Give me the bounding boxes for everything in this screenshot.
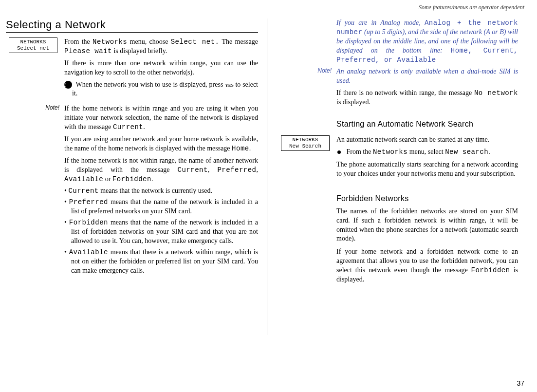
text: From the xyxy=(347,148,373,155)
text: means that the network is currently used… xyxy=(99,187,212,194)
screenbox-line2: Select net xyxy=(9,45,57,52)
text: , xyxy=(257,166,259,173)
mono-text: Forbidden xyxy=(69,219,108,226)
mono-text: Forbidden xyxy=(471,266,510,274)
note-label: Note! xyxy=(6,104,64,277)
network-status-list: Current means that the network is curren… xyxy=(64,187,258,275)
no-network-paragraph: If there is no network within range, the… xyxy=(336,89,518,107)
text: An automatic network search can be start… xyxy=(336,135,518,145)
subheading-auto-search: Starting an Automatic Network Search xyxy=(336,119,518,130)
text: If the home network is within range and … xyxy=(64,105,258,131)
step-2: 2 When the network you wish to use is di… xyxy=(64,80,258,99)
text: The message xyxy=(219,38,258,45)
mono-text: Current xyxy=(113,123,143,131)
text: is displayed. xyxy=(336,98,370,106)
yes-key: yes xyxy=(225,81,234,88)
text: . xyxy=(488,148,490,155)
text: . xyxy=(249,145,251,152)
text: The phone automatically starts searching… xyxy=(336,160,518,179)
mono-text: Available xyxy=(64,175,103,183)
auto-search-body: An automatic network search can be start… xyxy=(336,135,518,182)
page-number: 37 xyxy=(517,379,524,387)
bullet-dot-icon xyxy=(337,150,341,154)
right-column: If you are in Analog mode, Analog + the … xyxy=(267,19,530,335)
paragraph-select-net: From the Networks menu, choose Select ne… xyxy=(64,37,258,101)
paragraph-nav-scroll: If there is more than one network within… xyxy=(64,59,258,77)
text: is displayed briefly. xyxy=(112,47,167,55)
forbidden-paragraph-2: If your home network and a forbidden net… xyxy=(336,247,518,284)
left-column: Selecting a Network NETWORKS Select net … xyxy=(0,19,267,335)
mono-text: Forbidden xyxy=(112,175,151,183)
section-title-selecting: Selecting a Network xyxy=(6,19,258,33)
text: menu, select xyxy=(407,148,445,155)
text: From the xyxy=(64,38,93,45)
mono-text: Select net. xyxy=(171,38,220,46)
note-body-home-range: If the home network is within range and … xyxy=(64,104,258,277)
text: , xyxy=(208,166,218,173)
mono-text: Current xyxy=(178,166,208,174)
mono-text: Current xyxy=(68,187,98,195)
analog-sim-note: An analog network is only available when… xyxy=(336,67,518,86)
forbidden-paragraph-1: The names of the forbidden networks are … xyxy=(336,207,518,244)
text: If there is no network within range, the… xyxy=(336,89,474,96)
analog-mode-note: If you are in Analog mode, Analog + the … xyxy=(336,19,518,64)
two-column-layout: Selecting a Network NETWORKS Select net … xyxy=(0,19,537,335)
text: When the network you wish to use is disp… xyxy=(76,81,225,88)
mono-text: Please wait xyxy=(64,47,112,55)
text: or xyxy=(103,175,112,183)
text: If you are using another network and you… xyxy=(64,135,258,152)
text: . xyxy=(143,123,145,131)
screen-box-new-search: NETWORKS New Search xyxy=(281,135,330,151)
mono-text: Available xyxy=(69,248,108,256)
screen-box-select-net: NETWORKS Select net xyxy=(9,37,57,53)
mono-text: Preferred xyxy=(217,166,256,174)
text: menu, choose xyxy=(127,38,170,45)
screenbox-line1: NETWORKS xyxy=(9,39,57,45)
subheading-forbidden: Forbidden Networks xyxy=(336,193,518,204)
bullet-num-2-icon: 2 xyxy=(64,81,72,89)
text: . xyxy=(151,175,153,183)
note-label-right: Note! xyxy=(278,67,336,86)
mono-text: Networks xyxy=(93,38,127,46)
mono-text: Home xyxy=(232,145,249,152)
mono-text: New search xyxy=(445,148,488,156)
mono-text: Preferred xyxy=(69,198,108,206)
mono-text: No network xyxy=(474,89,518,97)
screenbox-line1: NETWORKS xyxy=(281,137,329,143)
screenbox-line2: New Search xyxy=(281,143,329,149)
mono-text: Networks xyxy=(373,148,407,156)
header-operator-note: Some features/menus are operator depende… xyxy=(419,4,524,11)
text: If you are in Analog mode, xyxy=(336,19,425,26)
